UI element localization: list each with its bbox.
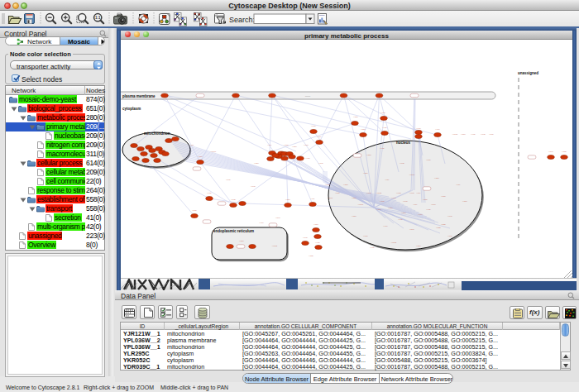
svg-text:(Yor2): (Yor2) <box>400 162 404 164</box>
svg-text:(Ymr0): (Ymr0) <box>211 151 217 152</box>
svg-text:(Ygr0): (Ygr0) <box>352 215 356 217</box>
svg-text:(Ybr0): (Ybr0) <box>366 154 371 155</box>
svg-text:(Ypl1): (Ypl1) <box>335 192 340 194</box>
svg-text:(Ymr0): (Ymr0) <box>409 174 415 175</box>
svg-text:(Ylr2): (Ylr2) <box>426 208 431 210</box>
svg-text:(Yjr0): (Yjr0) <box>383 225 388 227</box>
svg-text:(Yor1): (Yor1) <box>391 197 396 198</box>
svg-text:(un-a): (un-a) <box>305 95 311 98</box>
svg-text:(Ymr2): (Ymr2) <box>452 133 458 135</box>
svg-text:(Ymr0): (Ymr0) <box>358 203 364 205</box>
svg-text:(Yor1): (Yor1) <box>303 237 308 238</box>
svg-text:(Yor1): (Yor1) <box>447 215 452 217</box>
svg-text:(Ybr1): (Ybr1) <box>353 116 358 117</box>
svg-text:(Ygr0): (Ygr0) <box>352 197 356 198</box>
svg-text:(Yil0): (Yil0) <box>413 203 417 205</box>
svg-text:(Yor2): (Yor2) <box>396 192 401 194</box>
svg-text:(Ypr0): (Ypr0) <box>409 228 414 230</box>
svg-text:(Ybr1): (Ybr1) <box>284 144 289 146</box>
svg-text:(Yhr0): (Yhr0) <box>313 223 318 225</box>
svg-text:cytoplasm: cytoplasm <box>122 107 141 111</box>
svg-text:(Ykl1): (Ykl1) <box>318 162 323 164</box>
svg-text:(Ykl1): (Ykl1) <box>363 235 368 237</box>
svg-text:endoplasmic reticulum: endoplasmic reticulum <box>213 229 254 233</box>
svg-text:(Ymr0): (Ymr0) <box>328 197 333 198</box>
svg-text:mitochondrion: mitochondrion <box>144 131 170 136</box>
svg-text:(Yjl1): (Yjl1) <box>310 198 314 199</box>
svg-text:(Ymr2): (Ymr2) <box>376 192 382 194</box>
svg-text:(Yor2): (Yor2) <box>325 184 330 185</box>
svg-text:unassigned: unassigned <box>518 71 538 75</box>
svg-text:(Ygr0): (Ygr0) <box>254 162 259 164</box>
svg-text:(Ypr0): (Ypr0) <box>275 217 280 218</box>
svg-text:(Ydl1): (Ydl1) <box>304 144 309 146</box>
svg-text:(Yhr0): (Yhr0) <box>401 212 406 213</box>
svg-text:(Ypl1): (Ypl1) <box>192 209 197 211</box>
svg-text:(Ygr2): (Ygr2) <box>309 255 313 256</box>
svg-text:(Ylr3): (Ylr3) <box>305 157 310 159</box>
svg-text:(Ybr0): (Ybr0) <box>343 184 348 185</box>
svg-text:(Ybr0): (Ybr0) <box>416 245 421 246</box>
svg-text:Search:: Search: <box>229 16 255 24</box>
svg-text:(Ypr0): (Ypr0) <box>431 203 436 205</box>
svg-text:(Ybr0): (Ybr0) <box>198 155 203 157</box>
svg-text:(Yhr0): (Yhr0) <box>361 128 366 130</box>
svg-text:(Yhr0): (Yhr0) <box>388 207 393 208</box>
svg-text:(Ypr0): (Ypr0) <box>548 151 553 152</box>
svg-text:(Ybr0): (Ybr0) <box>363 172 368 174</box>
svg-text:(Yil0): (Yil0) <box>317 136 321 137</box>
svg-text:(Yjr0): (Yjr0) <box>435 128 440 130</box>
svg-text:(Ydl1): (Ydl1) <box>376 208 381 210</box>
svg-text:(Ybr0): (Ybr0) <box>239 240 244 241</box>
svg-text:(Ydl1): (Ydl1) <box>380 200 385 202</box>
svg-text:(Ygr2): (Ygr2) <box>441 223 446 225</box>
svg-text:(Yor1): (Yor1) <box>251 185 256 187</box>
svg-text:nucleus: nucleus <box>396 141 411 145</box>
svg-text:plasma membrane: plasma membrane <box>122 94 156 98</box>
svg-text:(Yjl1): (Yjl1) <box>189 144 194 146</box>
svg-text:(Ylr2): (Ylr2) <box>398 218 403 220</box>
svg-text:(Yjr0): (Yjr0) <box>259 222 264 223</box>
svg-text:(Ybr1): (Ybr1) <box>423 198 428 200</box>
svg-text:(Yjr0): (Yjr0) <box>418 213 423 215</box>
svg-text:(Ylr3): (Ylr3) <box>380 147 385 149</box>
svg-text:(Yil0): (Yil0) <box>267 144 271 146</box>
svg-text:(Ypl1): (Ypl1) <box>426 159 431 160</box>
svg-text:(Ybr0): (Ybr0) <box>285 198 290 200</box>
svg-text:(Ybr0): (Ybr0) <box>462 200 467 202</box>
svg-text:(Yor2): (Yor2) <box>231 198 236 200</box>
svg-text:(Ymr2): (Ymr2) <box>391 241 397 243</box>
svg-text:(Ypl1): (Ypl1) <box>489 133 494 135</box>
svg-text:(Ypl1): (Ypl1) <box>447 235 452 237</box>
svg-text:(Ydl1): (Ydl1) <box>380 112 385 113</box>
svg-text:(Ylr2): (Ylr2) <box>382 127 387 128</box>
svg-text:(Ylr3): (Ylr3) <box>471 133 476 135</box>
svg-text:(Ykl1): (Ykl1) <box>226 179 231 180</box>
svg-text:(Ybr0): (Ybr0) <box>292 146 297 147</box>
svg-text:(Ygr0): (Ygr0) <box>434 177 439 179</box>
svg-text:(Ymr2): (Ymr2) <box>272 245 278 246</box>
svg-text:(Ybr0): (Ybr0) <box>461 133 466 135</box>
svg-text:(Yor1): (Yor1) <box>403 200 408 202</box>
svg-text:(Yjl1): (Yjl1) <box>456 184 460 185</box>
svg-text:(Yor1): (Yor1) <box>311 125 316 127</box>
svg-text:(Ybr1): (Ybr1) <box>441 195 446 197</box>
svg-text:1:1: 1:1 <box>95 16 101 20</box>
svg-text:(Yor1): (Yor1) <box>409 192 414 194</box>
svg-text:(Ykl1): (Ykl1) <box>366 192 371 194</box>
svg-text:(Ygr2): (Ygr2) <box>436 227 441 228</box>
svg-text:(Yor1): (Yor1) <box>416 127 421 129</box>
svg-text:(Ylr2): (Ylr2) <box>315 241 320 243</box>
svg-text:(Ylr3): (Ylr3) <box>207 192 212 194</box>
svg-text:(Yor2): (Yor2) <box>481 133 486 135</box>
svg-text:(Ygr2): (Ygr2) <box>562 151 567 152</box>
svg-text:(Yil0): (Yil0) <box>416 192 420 194</box>
svg-text:(Ylr3): (Ylr3) <box>370 246 375 248</box>
svg-text:(Yjl1): (Yjl1) <box>385 179 389 180</box>
